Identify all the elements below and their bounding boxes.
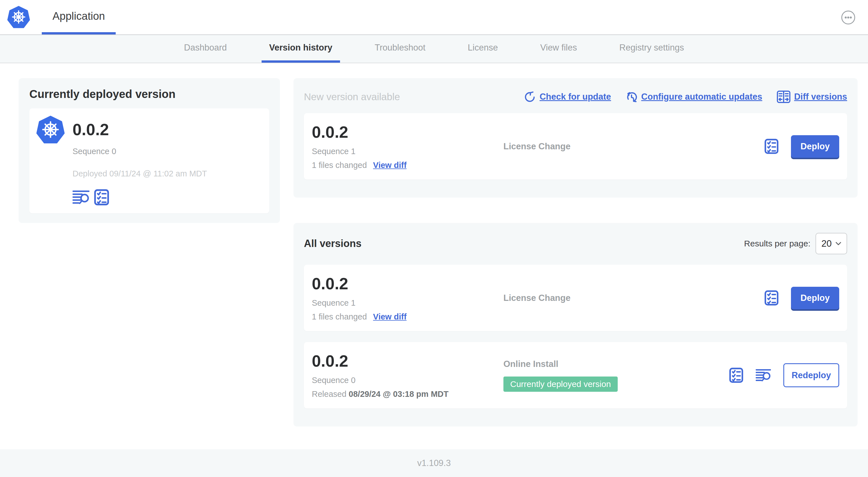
version-released-date: Released 08/29/24 @ 03:18 pm MDT (312, 389, 503, 399)
version-sequence: Sequence 1 (312, 298, 503, 308)
version-number: 0.0.2 (312, 275, 503, 293)
view-logs-button[interactable] (72, 190, 89, 205)
logs-icon (756, 368, 771, 382)
version-row: 0.0.2 Sequence 0 Released 08/29/24 @ 03:… (304, 342, 847, 409)
version-source-label: Online Install (503, 359, 729, 369)
current-version-number: 0.0.2 (72, 120, 207, 139)
version-source-label: License Change (503, 293, 765, 303)
version-number: 0.0.2 (312, 123, 503, 141)
new-version-panel: New version available Check for update C… (293, 78, 858, 198)
redeploy-button[interactable]: Redeploy (783, 363, 839, 387)
main-content: Currently deployed version 0.0.2 Sequenc… (0, 63, 868, 449)
console-version: v1.109.3 (417, 458, 451, 468)
all-versions-title: All versions (304, 238, 744, 249)
view-diff-link[interactable]: View diff (373, 160, 407, 170)
configure-automatic-updates-link[interactable]: Configure automatic updates (626, 91, 762, 103)
tab-license[interactable]: License (460, 35, 506, 63)
new-version-title: New version available (304, 91, 524, 102)
checklist-icon (94, 189, 109, 206)
deploy-button[interactable]: Deploy (791, 287, 839, 309)
app-footer: v1.109.3 (0, 449, 868, 477)
files-changed-label: 1 files changed (312, 312, 367, 322)
all-versions-panel: All versions Results per page: 20 0.0.2 … (293, 223, 858, 426)
app-header: Application (0, 0, 868, 35)
version-sequence: Sequence 0 (312, 376, 503, 385)
diff-icon (777, 91, 790, 103)
kubernetes-app-icon (36, 115, 65, 145)
tab-dashboard[interactable]: Dashboard (176, 35, 235, 63)
diff-versions-link[interactable]: Diff versions (777, 91, 847, 103)
app-title: Application (53, 10, 105, 22)
diff-versions-label: Diff versions (794, 92, 847, 102)
preflight-checks-button[interactable] (765, 290, 779, 306)
current-version-sequence: Sequence 0 (72, 147, 207, 156)
version-source-label: License Change (503, 141, 765, 152)
deploy-button[interactable]: Deploy (791, 135, 839, 158)
view-logs-button[interactable] (756, 368, 771, 382)
currently-deployed-card: 0.0.2 Sequence 0 Deployed 09/11/24 @ 11:… (29, 109, 269, 213)
current-version-deployed-date: Deployed 09/11/24 @ 11:02 am MDT (72, 169, 207, 178)
preflight-checks-button[interactable] (729, 367, 743, 383)
currently-deployed-panel: Currently deployed version 0.0.2 Sequenc… (19, 78, 280, 223)
new-version-row: 0.0.2 Sequence 1 1 files changed View di… (304, 113, 847, 180)
preflight-checks-button[interactable] (94, 189, 109, 206)
checklist-icon (765, 290, 779, 306)
checklist-icon (729, 367, 743, 383)
chevron-down-icon (836, 242, 841, 245)
check-for-update-label: Check for update (539, 92, 611, 102)
configure-automatic-updates-label: Configure automatic updates (641, 92, 762, 102)
results-per-page-select[interactable]: 20 (815, 233, 847, 254)
overflow-menu-button[interactable] (841, 10, 856, 25)
results-per-page-value: 20 (822, 238, 832, 249)
app-title-tab[interactable]: Application (42, 0, 116, 34)
refresh-icon (524, 91, 536, 103)
version-number: 0.0.2 (312, 352, 503, 370)
right-column: New version available Check for update C… (293, 78, 858, 449)
check-for-update-link[interactable]: Check for update (524, 91, 611, 103)
clock-refresh-icon (626, 91, 638, 103)
app-logo (7, 0, 30, 34)
tab-view-files[interactable]: View files (532, 35, 584, 63)
logs-icon (72, 190, 89, 205)
results-per-page-label: Results per page: (744, 239, 810, 248)
preflight-checks-button[interactable] (765, 139, 779, 154)
kubernetes-logo-icon (7, 5, 30, 29)
view-diff-link[interactable]: View diff (373, 312, 407, 322)
ellipsis-icon (841, 10, 856, 25)
version-row: 0.0.2 Sequence 1 1 files changed View di… (304, 265, 847, 331)
tab-troubleshoot[interactable]: Troubleshoot (367, 35, 433, 63)
tab-version-history[interactable]: Version history (261, 35, 340, 63)
currently-deployed-badge: Currently deployed version (503, 377, 618, 392)
currently-deployed-title: Currently deployed version (29, 88, 269, 100)
tab-registry-settings[interactable]: Registry settings (612, 35, 692, 63)
checklist-icon (765, 139, 779, 154)
version-sequence: Sequence 1 (312, 147, 503, 156)
files-changed-label: 1 files changed (312, 160, 367, 170)
app-subnav: Dashboard Version history Troubleshoot L… (0, 35, 868, 63)
